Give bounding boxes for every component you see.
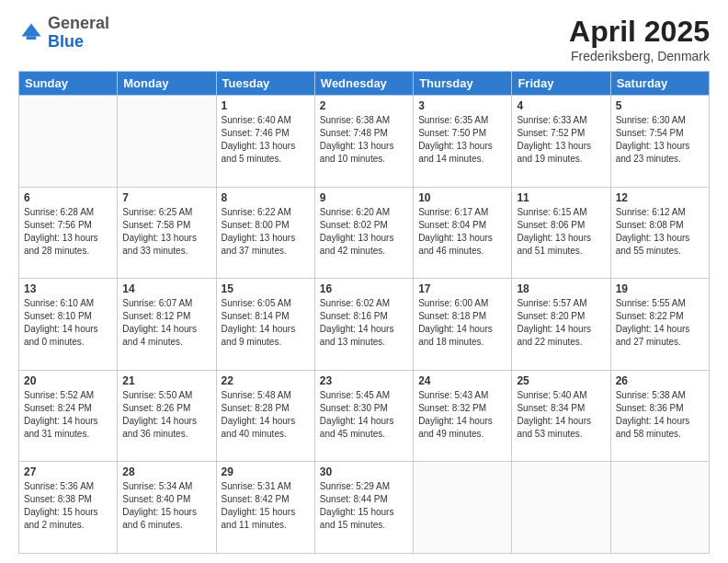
logo: General Blue <box>18 15 109 52</box>
title-month: April 2025 <box>569 15 710 49</box>
calendar-week-2: 6Sunrise: 6:28 AM Sunset: 7:56 PM Daylig… <box>19 187 710 279</box>
logo-icon <box>18 20 44 46</box>
day-number: 14 <box>122 282 210 295</box>
calendar-week-1: 1Sunrise: 6:40 AM Sunset: 7:46 PM Daylig… <box>19 96 710 188</box>
calendar-header-row: Sunday Monday Tuesday Wednesday Thursday… <box>19 72 710 96</box>
day-info: Sunrise: 6:25 AM Sunset: 7:58 PM Dayligh… <box>122 206 210 258</box>
day-info: Sunrise: 6:22 AM Sunset: 8:00 PM Dayligh… <box>222 206 310 258</box>
logo-general: General <box>48 14 109 32</box>
calendar-cell: 30Sunrise: 5:29 AM Sunset: 8:44 PM Dayli… <box>314 462 413 554</box>
day-info: Sunrise: 6:30 AM Sunset: 7:54 PM Dayligh… <box>616 114 704 166</box>
col-tuesday: Tuesday <box>216 72 314 96</box>
day-number: 10 <box>418 191 506 204</box>
calendar-cell: 26Sunrise: 5:38 AM Sunset: 8:36 PM Dayli… <box>610 370 709 462</box>
calendar-cell: 28Sunrise: 5:34 AM Sunset: 8:40 PM Dayli… <box>118 462 216 554</box>
page: General Blue April 2025 Frederiksberg, D… <box>0 0 728 563</box>
day-info: Sunrise: 5:48 AM Sunset: 8:28 PM Dayligh… <box>222 389 310 441</box>
day-info: Sunrise: 6:12 AM Sunset: 8:08 PM Dayligh… <box>616 206 704 258</box>
day-info: Sunrise: 6:05 AM Sunset: 8:14 PM Dayligh… <box>222 297 310 349</box>
calendar-table: Sunday Monday Tuesday Wednesday Thursday… <box>18 71 710 554</box>
day-number: 4 <box>517 99 605 112</box>
day-info: Sunrise: 6:10 AM Sunset: 8:10 PM Dayligh… <box>24 297 112 349</box>
day-info: Sunrise: 5:31 AM Sunset: 8:42 PM Dayligh… <box>222 480 310 532</box>
day-number: 28 <box>122 465 210 478</box>
calendar-cell: 20Sunrise: 5:52 AM Sunset: 8:24 PM Dayli… <box>19 370 118 462</box>
day-number: 24 <box>418 374 506 387</box>
day-number: 26 <box>616 374 704 387</box>
calendar-cell: 23Sunrise: 5:45 AM Sunset: 8:30 PM Dayli… <box>314 370 413 462</box>
calendar-cell: 10Sunrise: 6:17 AM Sunset: 8:04 PM Dayli… <box>414 187 512 279</box>
title-location: Frederiksberg, Denmark <box>569 49 710 63</box>
day-number: 13 <box>24 282 112 295</box>
day-info: Sunrise: 6:38 AM Sunset: 7:48 PM Dayligh… <box>320 114 408 166</box>
calendar-week-5: 27Sunrise: 5:36 AM Sunset: 8:38 PM Dayli… <box>19 462 710 554</box>
col-friday: Friday <box>512 72 610 96</box>
calendar-cell: 3Sunrise: 6:35 AM Sunset: 7:50 PM Daylig… <box>414 96 512 188</box>
calendar-cell: 9Sunrise: 6:20 AM Sunset: 8:02 PM Daylig… <box>314 187 413 279</box>
calendar-cell: 29Sunrise: 5:31 AM Sunset: 8:42 PM Dayli… <box>216 462 314 554</box>
calendar-cell: 2Sunrise: 6:38 AM Sunset: 7:48 PM Daylig… <box>314 96 413 188</box>
day-info: Sunrise: 6:35 AM Sunset: 7:50 PM Dayligh… <box>418 114 506 166</box>
calendar-cell: 21Sunrise: 5:50 AM Sunset: 8:26 PM Dayli… <box>118 370 216 462</box>
day-number: 18 <box>517 282 605 295</box>
day-info: Sunrise: 5:34 AM Sunset: 8:40 PM Dayligh… <box>122 480 210 532</box>
col-thursday: Thursday <box>414 72 512 96</box>
calendar-cell: 7Sunrise: 6:25 AM Sunset: 7:58 PM Daylig… <box>118 187 216 279</box>
calendar-cell <box>512 462 610 554</box>
svg-marker-0 <box>22 23 41 36</box>
day-number: 8 <box>222 191 310 204</box>
col-wednesday: Wednesday <box>314 72 413 96</box>
calendar-cell: 14Sunrise: 6:07 AM Sunset: 8:12 PM Dayli… <box>118 279 216 371</box>
day-info: Sunrise: 5:38 AM Sunset: 8:36 PM Dayligh… <box>616 389 704 441</box>
day-number: 21 <box>122 374 210 387</box>
calendar-cell <box>414 462 512 554</box>
day-number: 27 <box>24 465 112 478</box>
col-sunday: Sunday <box>19 72 118 96</box>
svg-rect-1 <box>27 36 37 40</box>
day-number: 1 <box>222 99 310 112</box>
calendar-cell: 18Sunrise: 5:57 AM Sunset: 8:20 PM Dayli… <box>512 279 610 371</box>
day-info: Sunrise: 5:52 AM Sunset: 8:24 PM Dayligh… <box>24 389 112 441</box>
header: General Blue April 2025 Frederiksberg, D… <box>18 15 710 63</box>
calendar-cell: 25Sunrise: 5:40 AM Sunset: 8:34 PM Dayli… <box>512 370 610 462</box>
calendar-cell: 8Sunrise: 6:22 AM Sunset: 8:00 PM Daylig… <box>216 187 314 279</box>
day-info: Sunrise: 5:50 AM Sunset: 8:26 PM Dayligh… <box>122 389 210 441</box>
day-info: Sunrise: 6:33 AM Sunset: 7:52 PM Dayligh… <box>517 114 605 166</box>
day-number: 20 <box>24 374 112 387</box>
calendar-cell: 22Sunrise: 5:48 AM Sunset: 8:28 PM Dayli… <box>216 370 314 462</box>
day-number: 6 <box>24 191 112 204</box>
day-info: Sunrise: 6:20 AM Sunset: 8:02 PM Dayligh… <box>320 206 408 258</box>
calendar-cell: 13Sunrise: 6:10 AM Sunset: 8:10 PM Dayli… <box>19 279 118 371</box>
calendar-cell: 24Sunrise: 5:43 AM Sunset: 8:32 PM Dayli… <box>414 370 512 462</box>
day-number: 29 <box>222 465 310 478</box>
day-info: Sunrise: 5:57 AM Sunset: 8:20 PM Dayligh… <box>517 297 605 349</box>
calendar-cell: 12Sunrise: 6:12 AM Sunset: 8:08 PM Dayli… <box>610 187 709 279</box>
day-number: 16 <box>320 282 408 295</box>
day-number: 15 <box>222 282 310 295</box>
day-info: Sunrise: 5:40 AM Sunset: 8:34 PM Dayligh… <box>517 389 605 441</box>
calendar-week-4: 20Sunrise: 5:52 AM Sunset: 8:24 PM Dayli… <box>19 370 710 462</box>
day-info: Sunrise: 5:55 AM Sunset: 8:22 PM Dayligh… <box>616 297 704 349</box>
day-info: Sunrise: 5:43 AM Sunset: 8:32 PM Dayligh… <box>418 389 506 441</box>
day-info: Sunrise: 5:36 AM Sunset: 8:38 PM Dayligh… <box>24 480 112 532</box>
calendar-cell: 5Sunrise: 6:30 AM Sunset: 7:54 PM Daylig… <box>610 96 709 188</box>
day-info: Sunrise: 6:02 AM Sunset: 8:16 PM Dayligh… <box>320 297 408 349</box>
logo-text: General Blue <box>48 15 109 52</box>
calendar-cell: 27Sunrise: 5:36 AM Sunset: 8:38 PM Dayli… <box>19 462 118 554</box>
calendar-cell: 15Sunrise: 6:05 AM Sunset: 8:14 PM Dayli… <box>216 279 314 371</box>
col-saturday: Saturday <box>610 72 709 96</box>
calendar-cell <box>610 462 709 554</box>
day-number: 17 <box>418 282 506 295</box>
day-info: Sunrise: 6:15 AM Sunset: 8:06 PM Dayligh… <box>517 206 605 258</box>
day-number: 30 <box>320 465 408 478</box>
calendar-cell: 11Sunrise: 6:15 AM Sunset: 8:06 PM Dayli… <box>512 187 610 279</box>
calendar-cell: 1Sunrise: 6:40 AM Sunset: 7:46 PM Daylig… <box>216 96 314 188</box>
day-info: Sunrise: 5:29 AM Sunset: 8:44 PM Dayligh… <box>320 480 408 532</box>
day-number: 25 <box>517 374 605 387</box>
day-info: Sunrise: 6:17 AM Sunset: 8:04 PM Dayligh… <box>418 206 506 258</box>
title-block: April 2025 Frederiksberg, Denmark <box>569 15 710 63</box>
day-number: 2 <box>320 99 408 112</box>
day-number: 11 <box>517 191 605 204</box>
day-number: 7 <box>122 191 210 204</box>
calendar-cell: 4Sunrise: 6:33 AM Sunset: 7:52 PM Daylig… <box>512 96 610 188</box>
